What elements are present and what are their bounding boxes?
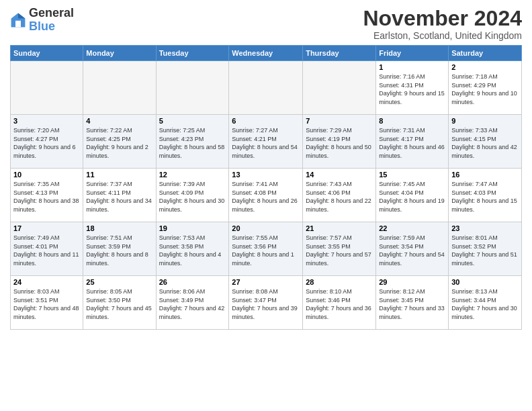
logo-text: General Blue: [29, 7, 74, 34]
table-row: 17Sunrise: 7:49 AM Sunset: 4:01 PM Dayli…: [11, 222, 83, 276]
day-number: 10: [13, 171, 80, 179]
table-row: [156, 61, 229, 115]
day-number: 6: [232, 117, 300, 125]
day-number: 27: [232, 278, 300, 286]
table-row: 21Sunrise: 7:57 AM Sunset: 3:55 PM Dayli…: [303, 222, 376, 276]
day-number: 24: [13, 278, 80, 286]
day-info: Sunrise: 7:25 AM Sunset: 4:23 PM Dayligh…: [159, 126, 226, 160]
day-number: 8: [379, 117, 445, 125]
day-number: 16: [451, 171, 519, 179]
day-info: Sunrise: 7:33 AM Sunset: 4:15 PM Dayligh…: [451, 126, 519, 160]
table-row: 23Sunrise: 8:01 AM Sunset: 3:52 PM Dayli…: [449, 222, 522, 276]
day-info: Sunrise: 7:31 AM Sunset: 4:17 PM Dayligh…: [379, 126, 445, 160]
calendar-header-row: Sunday Monday Tuesday Wednesday Thursday…: [11, 46, 522, 61]
day-number: 18: [86, 224, 152, 232]
day-info: Sunrise: 7:55 AM Sunset: 3:56 PM Dayligh…: [232, 234, 300, 267]
logo: General Blue: [10, 7, 74, 34]
day-info: Sunrise: 7:18 AM Sunset: 4:29 PM Dayligh…: [451, 73, 519, 106]
day-number: 19: [159, 224, 226, 232]
header-saturday: Saturday: [449, 46, 522, 61]
table-row: 24Sunrise: 8:03 AM Sunset: 3:51 PM Dayli…: [11, 276, 83, 330]
day-info: Sunrise: 7:49 AM Sunset: 4:01 PM Dayligh…: [13, 234, 80, 267]
calendar: Sunday Monday Tuesday Wednesday Thursday…: [10, 45, 522, 330]
day-info: Sunrise: 7:57 AM Sunset: 3:55 PM Dayligh…: [306, 234, 373, 267]
table-row: 5Sunrise: 7:25 AM Sunset: 4:23 PM Daylig…: [156, 115, 229, 169]
table-row: 27Sunrise: 8:08 AM Sunset: 3:47 PM Dayli…: [229, 276, 303, 330]
table-row: 10Sunrise: 7:35 AM Sunset: 4:13 PM Dayli…: [11, 169, 83, 222]
header-friday: Friday: [376, 46, 449, 61]
day-info: Sunrise: 8:01 AM Sunset: 3:52 PM Dayligh…: [451, 234, 519, 267]
table-row: 2Sunrise: 7:18 AM Sunset: 4:29 PM Daylig…: [449, 61, 522, 115]
day-info: Sunrise: 7:37 AM Sunset: 4:11 PM Dayligh…: [86, 180, 152, 214]
day-number: 11: [86, 171, 152, 179]
table-row: 22Sunrise: 7:59 AM Sunset: 3:54 PM Dayli…: [376, 222, 449, 276]
day-info: Sunrise: 8:12 AM Sunset: 3:45 PM Dayligh…: [379, 287, 445, 321]
table-row: 16Sunrise: 7:47 AM Sunset: 4:03 PM Dayli…: [449, 169, 522, 222]
day-number: 14: [306, 171, 373, 179]
logo-line2: Blue: [29, 20, 74, 34]
day-info: Sunrise: 7:39 AM Sunset: 4:09 PM Dayligh…: [159, 180, 226, 214]
table-row: 25Sunrise: 8:05 AM Sunset: 3:50 PM Dayli…: [83, 276, 156, 330]
day-number: 3: [13, 117, 80, 125]
day-number: 21: [306, 224, 373, 232]
table-row: 13Sunrise: 7:41 AM Sunset: 4:08 PM Dayli…: [229, 169, 303, 222]
logo-icon: [10, 12, 26, 28]
header-tuesday: Tuesday: [156, 46, 229, 61]
calendar-week-row: 3Sunrise: 7:20 AM Sunset: 4:27 PM Daylig…: [11, 115, 522, 169]
day-number: 5: [159, 117, 226, 125]
calendar-week-row: 10Sunrise: 7:35 AM Sunset: 4:13 PM Dayli…: [11, 169, 522, 222]
day-number: 17: [13, 224, 80, 232]
day-number: 7: [306, 117, 373, 125]
day-number: 30: [451, 278, 519, 286]
day-number: 12: [159, 171, 226, 179]
day-info: Sunrise: 7:59 AM Sunset: 3:54 PM Dayligh…: [379, 234, 445, 267]
location: Earlston, Scotland, United Kingdom: [363, 30, 522, 41]
day-info: Sunrise: 7:45 AM Sunset: 4:04 PM Dayligh…: [379, 180, 445, 214]
table-row: 9Sunrise: 7:33 AM Sunset: 4:15 PM Daylig…: [449, 115, 522, 169]
calendar-week-row: 1Sunrise: 7:16 AM Sunset: 4:31 PM Daylig…: [11, 61, 522, 115]
day-info: Sunrise: 7:27 AM Sunset: 4:21 PM Dayligh…: [232, 126, 300, 160]
header-monday: Monday: [83, 46, 156, 61]
logo-line1: General: [29, 7, 74, 20]
day-info: Sunrise: 7:51 AM Sunset: 3:59 PM Dayligh…: [86, 234, 152, 267]
day-info: Sunrise: 7:22 AM Sunset: 4:25 PM Dayligh…: [86, 126, 152, 160]
day-info: Sunrise: 7:20 AM Sunset: 4:27 PM Dayligh…: [13, 126, 80, 160]
day-info: Sunrise: 8:10 AM Sunset: 3:46 PM Dayligh…: [306, 287, 373, 321]
table-row: 8Sunrise: 7:31 AM Sunset: 4:17 PM Daylig…: [376, 115, 449, 169]
svg-marker-1: [18, 13, 25, 18]
table-row: 14Sunrise: 7:43 AM Sunset: 4:06 PM Dayli…: [303, 169, 376, 222]
day-number: 4: [86, 117, 152, 125]
page: General Blue November 2024 Earlston, Sco…: [0, 0, 532, 336]
table-row: 6Sunrise: 7:27 AM Sunset: 4:21 PM Daylig…: [229, 115, 303, 169]
calendar-week-row: 17Sunrise: 7:49 AM Sunset: 4:01 PM Dayli…: [11, 222, 522, 276]
table-row: 7Sunrise: 7:29 AM Sunset: 4:19 PM Daylig…: [303, 115, 376, 169]
day-number: 23: [451, 224, 519, 232]
table-row: 30Sunrise: 8:13 AM Sunset: 3:44 PM Dayli…: [449, 276, 522, 330]
day-info: Sunrise: 7:35 AM Sunset: 4:13 PM Dayligh…: [13, 180, 80, 214]
day-info: Sunrise: 7:16 AM Sunset: 4:31 PM Dayligh…: [379, 73, 445, 106]
day-info: Sunrise: 7:41 AM Sunset: 4:08 PM Dayligh…: [232, 180, 300, 214]
table-row: 1Sunrise: 7:16 AM Sunset: 4:31 PM Daylig…: [376, 61, 449, 115]
day-number: 15: [379, 171, 445, 179]
table-row: [83, 61, 156, 115]
day-number: 29: [379, 278, 445, 286]
table-row: [229, 61, 303, 115]
day-info: Sunrise: 8:03 AM Sunset: 3:51 PM Dayligh…: [13, 287, 80, 321]
day-number: 26: [159, 278, 226, 286]
day-number: 20: [232, 224, 300, 232]
day-number: 9: [451, 117, 519, 125]
header-wednesday: Wednesday: [229, 46, 303, 61]
day-info: Sunrise: 7:47 AM Sunset: 4:03 PM Dayligh…: [451, 180, 519, 214]
table-row: 15Sunrise: 7:45 AM Sunset: 4:04 PM Dayli…: [376, 169, 449, 222]
day-info: Sunrise: 8:06 AM Sunset: 3:49 PM Dayligh…: [159, 287, 226, 321]
table-row: 4Sunrise: 7:22 AM Sunset: 4:25 PM Daylig…: [83, 115, 156, 169]
header-thursday: Thursday: [303, 46, 376, 61]
table-row: 28Sunrise: 8:10 AM Sunset: 3:46 PM Dayli…: [303, 276, 376, 330]
svg-rect-2: [15, 21, 21, 28]
header-sunday: Sunday: [11, 46, 83, 61]
table-row: 19Sunrise: 7:53 AM Sunset: 3:58 PM Dayli…: [156, 222, 229, 276]
month-title: November 2024: [363, 7, 522, 30]
table-row: 26Sunrise: 8:06 AM Sunset: 3:49 PM Dayli…: [156, 276, 229, 330]
table-row: [11, 61, 83, 115]
table-row: 20Sunrise: 7:55 AM Sunset: 3:56 PM Dayli…: [229, 222, 303, 276]
